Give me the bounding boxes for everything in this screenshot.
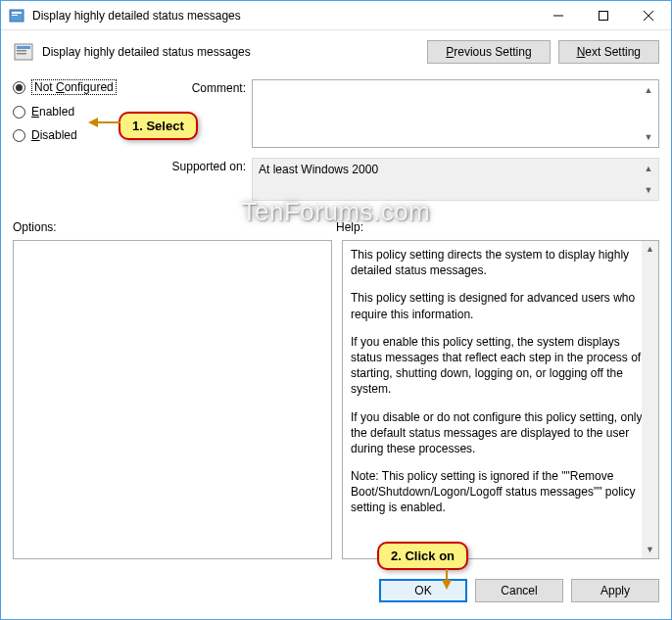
radio-icon	[13, 81, 25, 94]
policy-page-icon	[13, 41, 34, 63]
next-setting-button[interactable]: Next Setting	[558, 40, 659, 64]
supported-on-value: At least Windows 2000 ▲ ▼	[252, 158, 659, 201]
minimize-button[interactable]	[536, 1, 581, 29]
annotation-callout-2: 2. Click on	[377, 542, 468, 570]
help-text: This policy setting directs the system t…	[351, 247, 650, 278]
policy-icon	[9, 8, 24, 24]
scroll-down-icon[interactable]: ▼	[641, 129, 656, 145]
scroll-up-icon[interactable]: ▲	[641, 82, 656, 98]
svg-rect-8	[17, 46, 30, 49]
supported-label: Supported on:	[154, 158, 252, 201]
previous-setting-button[interactable]: Previous Setting	[427, 40, 550, 64]
help-label: Help:	[336, 220, 659, 234]
svg-rect-4	[600, 11, 608, 20]
page-title: Display highly detailed status messages	[42, 45, 427, 59]
titlebar: Display highly detailed status messages	[1, 1, 671, 30]
scrollbar[interactable]: ▲ ▼	[642, 241, 658, 558]
radio-icon	[13, 129, 25, 142]
help-panel: This policy setting directs the system t…	[342, 240, 659, 559]
cancel-button[interactable]: Cancel	[475, 579, 563, 602]
radio-disabled[interactable]: Disabled	[13, 128, 130, 142]
scrollbar: ▲ ▼	[641, 161, 656, 198]
svg-rect-9	[17, 50, 26, 52]
apply-button[interactable]: Apply	[571, 579, 659, 602]
radio-enabled[interactable]: Enabled	[13, 105, 130, 119]
help-text: If you disable or do not configure this …	[351, 409, 650, 457]
window-title: Display highly detailed status messages	[32, 9, 536, 23]
annotation-arrow-icon	[446, 569, 448, 587]
help-text: If you enable this policy setting, the s…	[351, 334, 650, 398]
help-text: This policy setting is designed for adva…	[351, 290, 650, 321]
radio-not-configured[interactable]: Not Configured	[13, 79, 130, 95]
scroll-down-icon[interactable]: ▼	[642, 542, 658, 558]
annotation-arrow-icon	[91, 121, 120, 123]
help-text: Note: This policy setting is ignored if …	[351, 468, 650, 516]
scroll-up-icon[interactable]: ▲	[642, 241, 658, 258]
comment-textarea[interactable]: ▲ ▼	[252, 79, 659, 148]
options-panel	[13, 240, 332, 559]
scroll-down-icon: ▼	[641, 182, 656, 198]
ok-button[interactable]: OK	[379, 579, 467, 602]
scrollbar[interactable]: ▲ ▼	[641, 82, 656, 145]
close-button[interactable]	[626, 1, 671, 29]
maximize-button[interactable]	[581, 1, 626, 29]
scroll-up-icon: ▲	[641, 161, 656, 176]
svg-rect-2	[12, 15, 18, 16]
options-label: Options:	[13, 220, 336, 234]
svg-rect-10	[17, 53, 26, 55]
svg-rect-1	[12, 12, 22, 14]
radio-icon	[13, 106, 25, 119]
annotation-callout-1: 1. Select	[119, 112, 198, 140]
